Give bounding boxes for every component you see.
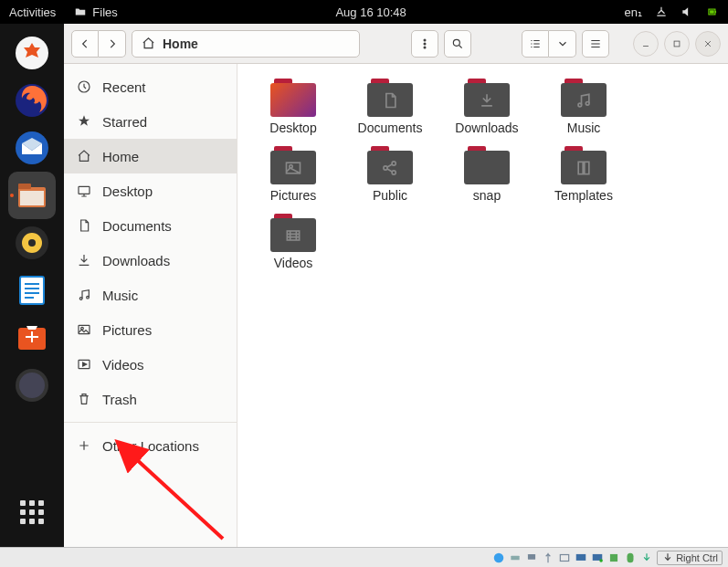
show-applications-button[interactable] [8,488,56,536]
svg-rect-21 [674,41,680,47]
sidebar-item-downloads[interactable]: Downloads [64,243,237,278]
dock-item-settings[interactable] [8,29,56,77]
path-bar[interactable]: Home [132,30,360,58]
folder-public[interactable]: Public [342,146,438,214]
dock-item-help[interactable] [8,362,56,409]
vm-usb-icon[interactable] [542,551,554,564]
svg-rect-42 [528,553,535,559]
ubuntu-dock [0,24,64,547]
settings-icon [13,34,51,72]
sidebar-item-star[interactable]: Starred [64,104,237,139]
chevron-right-icon [106,37,119,50]
view-dropdown-button[interactable] [549,30,576,58]
activities-button[interactable]: Activities [9,5,56,19]
dock-item-thunderbird[interactable] [8,124,56,172]
back-button[interactable] [71,30,99,58]
folder-templates[interactable]: Templates [535,146,632,214]
kebab-icon [418,37,431,50]
view-switcher [522,30,576,58]
software-icon [13,319,51,357]
sidebar-item-plus[interactable]: Other Locations [64,428,237,463]
gnome-top-panel: Activities Files Aug 16 10:48 en₁ [0,0,728,24]
dock-item-writer[interactable] [8,267,56,314]
vm-hdd-icon[interactable] [509,551,522,564]
clock[interactable]: Aug 16 10:48 [118,5,625,19]
dock-item-firefox[interactable] [8,77,56,124]
videos-icon [77,357,91,372]
pictures-icon [77,322,91,337]
sidebar-item-label: Desktop [102,184,153,199]
path-label: Home [163,37,198,51]
dock-item-files[interactable] [8,172,56,219]
sidebar-item-music[interactable]: Music [64,278,237,312]
thunderbird-icon [13,129,51,167]
vm-disc-icon[interactable] [492,551,505,564]
network-icon[interactable] [655,5,668,18]
folder-desktop[interactable]: Desktop [245,79,342,146]
vm-cpu-icon[interactable] [607,551,620,564]
vm-host-key[interactable]: Right Ctrl [657,551,723,565]
search-icon [451,37,464,50]
vm-shared-icon[interactable] [558,551,571,564]
folder-music[interactable]: Music [535,79,632,146]
folder-snap[interactable]: snap [438,146,535,214]
sidebar-item-videos[interactable]: Videos [64,347,237,382]
dock-item-software[interactable] [8,314,56,362]
volume-icon[interactable] [681,5,693,18]
path-menu-button[interactable] [411,30,438,58]
close-button[interactable] [695,31,721,57]
sidebar-item-pictures[interactable]: Pictures [64,312,237,347]
folder-videos[interactable]: Videos [245,214,342,281]
folder-downloads[interactable]: Downloads [438,79,535,146]
battery-icon[interactable] [706,5,719,18]
hamburger-icon [589,37,602,50]
folder-pictures[interactable]: Pictures [245,146,342,214]
input-source-indicator[interactable]: en₁ [625,5,642,19]
vm-network-icon[interactable] [525,551,538,564]
sidebar-item-label: Home [102,149,139,164]
nav-buttons [71,30,126,58]
sidebar-item-recent[interactable]: Recent [64,69,237,104]
sidebar-item-label: Documents [102,218,172,234]
folder-documents[interactable]: Documents [342,79,438,146]
svg-rect-7 [18,184,31,189]
hamburger-menu-button[interactable] [582,30,609,58]
titlebar: Home [64,24,728,64]
writer-icon [13,271,51,310]
list-view-button[interactable] [522,30,549,58]
vm-record-icon[interactable] [591,551,604,564]
file-label: Music [567,121,601,135]
list-icon [529,37,542,50]
sidebar-item-documents[interactable]: Documents [64,208,237,243]
recent-icon [77,79,91,94]
sidebar-item-label: Starred [102,114,147,130]
file-view[interactable]: DesktopDocumentsDownloadsMusicPicturesPu… [237,64,728,547]
forward-button[interactable] [99,30,126,58]
svg-point-46 [599,559,603,562]
star-icon [77,114,91,129]
vm-key-down-icon[interactable] [640,551,653,564]
sidebar-item-home[interactable]: Home [64,139,237,173]
sidebar-item-label: Other Locations [102,438,199,454]
dock-item-rhythmbox[interactable] [8,219,56,267]
maximize-button[interactable] [664,31,690,57]
svg-point-25 [87,296,90,299]
folder-icon [270,146,316,184]
trash-icon [77,392,91,406]
key-down-icon [661,551,674,564]
sidebar-item-desktop[interactable]: Desktop [64,173,237,208]
svg-point-29 [578,103,582,107]
svg-point-30 [586,101,589,105]
minimize-button[interactable] [633,31,659,57]
svg-rect-41 [511,555,519,560]
documents-icon [77,218,91,233]
current-app-indicator[interactable]: Files [74,5,117,19]
firefox-icon [13,81,51,120]
search-button[interactable] [444,30,471,58]
folder-icon [561,146,607,184]
vm-mouse-icon[interactable] [624,551,637,564]
vm-display-icon[interactable] [575,551,587,564]
svg-point-16 [19,373,45,398]
sidebar-item-trash[interactable]: Trash [64,382,237,416]
svg-rect-12 [20,277,44,304]
